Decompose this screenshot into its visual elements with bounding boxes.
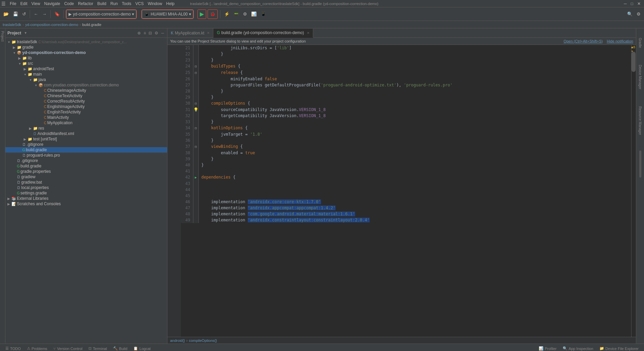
- code-cell-28[interactable]: }: [198, 88, 631, 94]
- tree-proguard[interactable]: 🗋 proguard-rules.pro: [5, 153, 167, 158]
- tree-local-prop[interactable]: 🗋 local.properties: [5, 185, 167, 190]
- gradle-sync-btn[interactable]: ⚡: [223, 9, 231, 19]
- menu-tools[interactable]: Tools: [120, 0, 133, 7]
- code-cell-34[interactable]: kotlinOptions {: [198, 125, 631, 131]
- code-cell-24[interactable]: buildTypes {: [198, 63, 631, 70]
- code-cell-46[interactable]: implementation 'androidx.core:core-ktx:1…: [198, 199, 631, 205]
- tree-res[interactable]: ▶ 📁 res: [5, 126, 167, 131]
- search-everywhere-btn[interactable]: 🔍: [626, 9, 634, 19]
- code-cell-29[interactable]: }: [198, 94, 631, 100]
- code-editor[interactable]: 21 jniLibs.srcDirs = ['lib']22 }23 }24⊟ …: [167, 45, 636, 337]
- editor-breadcrumb-compileoptions[interactable]: compileOptions{}: [189, 339, 217, 343]
- code-cell-37[interactable]: viewBinding {: [198, 143, 631, 150]
- menu-code[interactable]: Code: [62, 0, 76, 7]
- tab-build[interactable]: 🔨 Build: [110, 346, 130, 351]
- toolbar-back-btn[interactable]: ←: [32, 9, 39, 19]
- tab-terminal[interactable]: ⊡ Terminal: [86, 346, 110, 351]
- project-label[interactable]: Project: [0, 30, 5, 43]
- tree-manifest[interactable]: 🗋 AndroidManifest.xml: [5, 131, 167, 136]
- tree-english-text[interactable]: C EnglishTextActivity: [5, 109, 167, 115]
- fold-gutter-34[interactable]: ⊟: [193, 125, 198, 131]
- menu-build[interactable]: Build: [95, 0, 108, 7]
- tree-gitignore2[interactable]: 🗋 .gitignore: [5, 158, 167, 163]
- tab-problems[interactable]: ⚠ Problems: [24, 346, 50, 351]
- toolbar-forward-btn[interactable]: →: [41, 9, 48, 19]
- close-btn[interactable]: ✕: [635, 0, 643, 7]
- code-cell-26[interactable]: minifyEnabled false: [198, 76, 631, 82]
- tree-lib[interactable]: ▶ 📁 lib: [5, 55, 167, 61]
- code-cell-23[interactable]: }: [198, 57, 631, 63]
- toolbar-sync-btn[interactable]: ↺: [21, 9, 27, 19]
- menu-window[interactable]: Window: [146, 0, 164, 7]
- fold-gutter-25[interactable]: ⊟: [193, 70, 198, 76]
- project-dropdown-icon[interactable]: ▾: [25, 31, 27, 35]
- device-mgr-panel-label[interactable]: Device Manager: [638, 63, 642, 91]
- tree-main-activity[interactable]: C MainActivity: [5, 115, 167, 120]
- code-cell-47[interactable]: implementation 'androidx.appcompat:appco…: [198, 205, 631, 211]
- code-cell-27[interactable]: proguardFiles getDefaultProguardFile('pr…: [198, 82, 631, 88]
- code-cell-36[interactable]: }: [198, 137, 631, 143]
- menu-view[interactable]: View: [29, 0, 42, 7]
- toolbar-open-btn[interactable]: 📂: [2, 9, 10, 19]
- panel-settings-btn[interactable]: ⚙: [154, 30, 159, 36]
- scrollbar-thumb[interactable]: [632, 52, 636, 72]
- tab-logcat[interactable]: 📋 Logcat: [131, 346, 153, 351]
- code-cell-21[interactable]: jniLibs.srcDirs = ['lib']: [198, 45, 631, 51]
- code-cell-35[interactable]: jvmTarget = '1.8': [198, 131, 631, 137]
- avd-btn[interactable]: 📟: [232, 9, 240, 19]
- code-cell-41[interactable]: [198, 168, 631, 174]
- menu-file[interactable]: File: [8, 0, 18, 7]
- tab-buildgradle-close[interactable]: ✕: [307, 31, 310, 35]
- code-cell-39[interactable]: }: [198, 156, 631, 162]
- tab-profiler[interactable]: 📊 Profiler: [536, 346, 559, 351]
- code-cell-31[interactable]: sourceCompatibility JavaVersion.VERSION_…: [198, 107, 631, 113]
- tab-devicefile[interactable]: 📁 Device File Explorer: [597, 346, 641, 351]
- minimize-btn[interactable]: ─: [622, 0, 629, 7]
- code-cell-32[interactable]: targetCompatibility JavaVersion.VERSION_…: [198, 113, 631, 119]
- tree-root[interactable]: ▾ 📁 traslateSdk C:\Users\wb.xusj\Desktop…: [5, 39, 167, 45]
- maximize-btn[interactable]: □: [629, 0, 635, 7]
- tree-gradlew[interactable]: 🗋 gradlew: [5, 174, 167, 180]
- tree-correct-result[interactable]: C CorrectResultActivity: [5, 99, 167, 104]
- tree-chinese-image[interactable]: C ChineseImageActivity: [5, 88, 167, 93]
- menu-edit[interactable]: Edit: [18, 0, 29, 7]
- tree-java[interactable]: ▾ 📁 java: [5, 77, 167, 82]
- code-cell-48[interactable]: implementation 'com.google.android.mater…: [198, 211, 631, 217]
- fold-gutter-42[interactable]: ▶: [193, 174, 198, 181]
- panel-expand-btn[interactable]: ≡: [142, 30, 147, 36]
- device-mgr-btn[interactable]: 📱: [259, 9, 267, 19]
- tree-my-application[interactable]: C MyApplication: [5, 120, 167, 126]
- run-button[interactable]: ▶: [197, 9, 206, 19]
- debug-button[interactable]: 🐞: [208, 9, 218, 19]
- editor-breadcrumb-android[interactable]: android{}: [170, 339, 185, 343]
- code-cell-33[interactable]: }: [198, 119, 631, 125]
- tree-package[interactable]: ▾ 📦 com.youdao.composition.correction.de…: [5, 82, 167, 88]
- fold-gutter-37[interactable]: ⊟: [193, 143, 198, 150]
- code-cell-45[interactable]: [198, 193, 631, 199]
- menu-vcs[interactable]: VCS: [133, 0, 146, 7]
- tree-gradle[interactable]: ▶ 📁 gradle: [5, 45, 167, 50]
- code-cell-30[interactable]: compileOptions {: [198, 100, 631, 107]
- fold-gutter-30[interactable]: ⊟: [193, 100, 198, 107]
- tree-gradle-prop[interactable]: G gradle.properties: [5, 169, 167, 174]
- code-cell-42[interactable]: dependencies {: [198, 174, 631, 181]
- breadcrumb-part2[interactable]: yd-composition-correction-demo: [25, 23, 78, 27]
- tab-myapp-close[interactable]: ✕: [207, 31, 210, 35]
- tree-androidtest[interactable]: ▶ 📁 androidTest: [5, 66, 167, 72]
- resource-mgr-panel-label[interactable]: Resource Manager: [638, 105, 642, 136]
- tab-appinspection[interactable]: 🔍 App Inspection: [560, 346, 596, 351]
- panel-collapse-btn[interactable]: ⊟: [147, 30, 153, 36]
- tree-english-image[interactable]: C EnglishImageActivity: [5, 104, 167, 109]
- code-cell-43[interactable]: [198, 181, 631, 187]
- tree-yd-module[interactable]: ▾ 📦 yd-composition-correction-demo: [5, 50, 167, 55]
- tab-myapp[interactable]: K MyApplication.kt ✕: [167, 28, 213, 37]
- menu-run[interactable]: Run: [108, 0, 120, 7]
- code-cell-38[interactable]: enabled = true: [198, 150, 631, 156]
- breadcrumb-part1[interactable]: traslateSdk: [3, 23, 21, 27]
- tree-gradlew-bat[interactable]: 🗋 gradlew.bat: [5, 180, 167, 185]
- tree-gitignore1[interactable]: 🗋 .gitignore: [5, 142, 167, 147]
- gradle-panel-label[interactable]: Gradle: [638, 36, 642, 49]
- fold-gutter-24[interactable]: ⊟: [193, 63, 198, 70]
- code-cell-22[interactable]: }: [198, 51, 631, 57]
- code-cell-44[interactable]: [198, 187, 631, 193]
